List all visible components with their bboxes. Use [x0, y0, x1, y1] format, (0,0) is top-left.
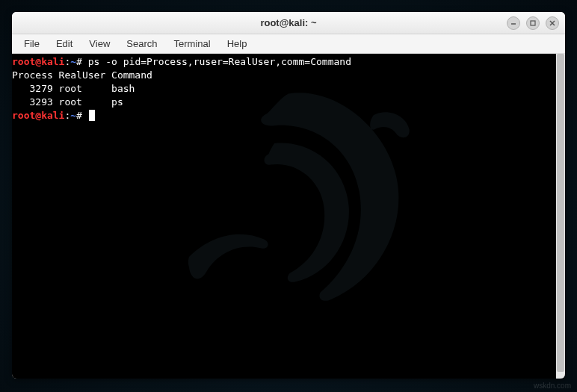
prompt-sep2: #	[76, 56, 82, 67]
terminal-content[interactable]: root@kali:~# ps -o pid=Process,ruser=Rea…	[12, 54, 565, 124]
command-line-1: ps -o pid=Process,ruser=RealUser,comm=Co…	[88, 56, 351, 67]
prompt-path: ~	[70, 56, 76, 67]
menubar: File Edit View Search Terminal Help	[12, 34, 565, 54]
menu-terminal[interactable]: Terminal	[167, 36, 218, 52]
output-row-1: 3279 root bash	[12, 83, 135, 94]
menu-help[interactable]: Help	[220, 36, 255, 52]
prompt-path-2: ~	[70, 110, 76, 121]
terminal-area[interactable]: root@kali:~# ps -o pid=Process,ruser=Rea…	[12, 54, 565, 379]
titlebar[interactable]: root@kali: ~	[12, 12, 565, 34]
prompt-user-2: root@kali	[12, 110, 64, 121]
maximize-icon	[529, 19, 537, 27]
output-header: Process RealUser Command	[12, 69, 152, 81]
svg-rect-1	[531, 21, 535, 25]
cursor	[89, 110, 95, 121]
menu-search[interactable]: Search	[119, 36, 164, 52]
minimize-button[interactable]	[507, 16, 520, 30]
menu-file[interactable]: File	[16, 36, 47, 52]
close-icon	[549, 19, 556, 27]
maximize-button[interactable]	[526, 16, 540, 30]
menu-edit[interactable]: Edit	[49, 36, 80, 52]
prompt-sep2-2: #	[76, 110, 82, 121]
prompt-user: root@kali	[12, 56, 64, 67]
menu-view[interactable]: View	[81, 36, 117, 52]
close-button[interactable]	[546, 16, 559, 30]
watermark: wskdn.com	[534, 382, 571, 390]
minimize-icon	[510, 19, 517, 27]
window-title: root@kali: ~	[260, 17, 316, 28]
window-controls	[507, 16, 559, 30]
terminal-window: root@kali: ~ File Edit View Search Termi…	[12, 12, 565, 379]
output-row-2: 3293 root ps	[12, 96, 123, 108]
